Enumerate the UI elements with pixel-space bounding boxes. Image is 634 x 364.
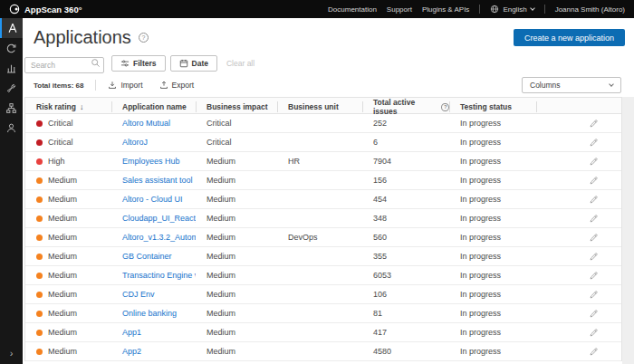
import-label: Import <box>120 81 142 90</box>
testing-status-cell: In progress <box>449 309 536 318</box>
table-row: High Employees Hub Medium HR 7904 In pro… <box>25 152 621 171</box>
total-issues-cell: 81 <box>362 309 449 318</box>
page-help-icon[interactable]: ? <box>139 33 149 43</box>
search-icon <box>91 58 101 68</box>
risk-rating-cell: Critical <box>25 119 111 128</box>
header-label: Testing status <box>460 102 512 111</box>
total-issues-cell: 4580 <box>362 347 449 356</box>
create-application-button[interactable]: Create a new application <box>514 29 625 46</box>
edit-pencil-icon[interactable] <box>589 195 599 205</box>
brand-name: AppScan 360° <box>24 5 82 14</box>
risk-rating-cell: Medium <box>25 176 111 185</box>
app-name-link[interactable]: Altoro Mutual <box>122 119 170 128</box>
app-name-link[interactable]: Cloudapp_UI_React_test <box>122 214 196 223</box>
app-name-link[interactable]: Online banking <box>122 309 177 318</box>
risk-rating-cell: High <box>25 157 111 166</box>
risk-label: High <box>48 157 65 166</box>
edit-pencil-icon[interactable] <box>589 176 599 186</box>
app-name-link[interactable]: AltoroJ <box>122 138 148 147</box>
edit-pencil-icon[interactable] <box>589 252 599 262</box>
app-name-link[interactable]: App2 <box>122 347 141 356</box>
date-label: Date <box>192 59 208 68</box>
testing-status-cell: In progress <box>449 347 536 356</box>
business-impact-cell: Medium <box>196 271 277 280</box>
filters-button[interactable]: Filters <box>111 55 166 72</box>
app-name-link[interactable]: GB Container <box>122 252 172 261</box>
scrollbar-track[interactable] <box>622 97 634 364</box>
edit-pencil-icon[interactable] <box>589 214 599 224</box>
business-unit-cell: HR <box>277 157 362 166</box>
user-menu[interactable]: Joanna Smith (Altoro) <box>555 5 625 14</box>
app-name-link[interactable]: Altoro - Cloud UI <box>122 195 183 204</box>
export-button[interactable]: Export <box>159 81 195 90</box>
header-label: Application name <box>122 102 187 111</box>
column-header-application-name[interactable]: Application name <box>111 98 196 116</box>
app-name-link[interactable]: App1 <box>122 328 141 337</box>
app-name-link[interactable]: CDJ Env <box>122 290 155 299</box>
column-header-business-impact[interactable]: Business impact <box>196 98 277 116</box>
column-header-testing-status[interactable]: Testing status <box>449 98 536 116</box>
date-button[interactable]: Date <box>170 55 217 72</box>
nav-link-plugins-apis[interactable]: Plugins & APIs <box>422 5 469 14</box>
edit-pencil-icon[interactable] <box>589 290 599 300</box>
clear-all-link[interactable]: Clear all <box>226 59 255 68</box>
table-row: Medium Altoro - Cloud UI Medium 454 In p… <box>25 190 621 209</box>
calendar-icon <box>179 59 188 68</box>
header-label: Business unit <box>288 102 339 111</box>
language-selector[interactable]: English <box>490 5 533 14</box>
edit-pencil-icon[interactable] <box>589 271 599 281</box>
sidebar-item-applications[interactable] <box>0 18 23 38</box>
chevron-down-icon <box>530 5 535 11</box>
testing-status-cell: In progress <box>449 271 536 280</box>
risk-label: Medium <box>48 252 77 261</box>
column-header-risk-rating[interactable]: Risk rating ↓ <box>25 98 111 116</box>
business-impact-cell: Medium <box>196 328 277 337</box>
sidebar-item-scans[interactable] <box>0 38 23 58</box>
column-header-business-unit[interactable]: Business unit <box>277 98 362 116</box>
bar-chart-icon <box>5 62 17 74</box>
scan-activity-icon <box>5 43 17 54</box>
issues-help-icon[interactable]: ? <box>441 103 449 111</box>
business-impact-cell: Medium <box>196 233 277 242</box>
column-header-total-active-issues[interactable]: Total active issues ? <box>362 98 449 116</box>
sidebar-item-user-admin[interactable] <box>0 118 23 138</box>
app-name-link[interactable]: Transactino Engine v12.4.5.1 <box>122 271 196 280</box>
sidebar-item-dashboards[interactable] <box>0 58 23 78</box>
columns-dropdown[interactable]: Columns <box>522 77 621 93</box>
main-content: Applications ? Create a new application … <box>23 18 634 364</box>
user-icon <box>5 122 17 134</box>
sidebar-expand-button[interactable]: › <box>0 346 23 360</box>
app-name-link[interactable]: Sales assistant tool <box>122 176 193 185</box>
risk-dot <box>36 216 43 222</box>
sidebar-item-fix-tools[interactable] <box>0 78 23 98</box>
business-unit-cell: DevOps <box>277 233 362 242</box>
nav-link-documentation[interactable]: Documentation <box>328 5 377 14</box>
table-row: Medium Online banking Medium 81 In progr… <box>25 304 621 323</box>
application-name-cell: Altoro_v1.3.2_Automation <box>111 233 196 242</box>
edit-pencil-icon[interactable] <box>589 309 599 319</box>
edit-pencil-icon[interactable] <box>589 157 599 167</box>
edit-pencil-icon[interactable] <box>589 328 599 338</box>
search-box <box>24 55 104 72</box>
brand: AppScan 360° <box>9 4 82 14</box>
app-name-link[interactable]: Employees Hub <box>122 157 180 166</box>
risk-label: Medium <box>48 290 77 299</box>
filters-label: Filters <box>133 59 157 68</box>
business-impact-cell: Medium <box>196 195 277 204</box>
edit-pencil-icon[interactable] <box>589 347 599 357</box>
application-name-cell: Online banking <box>111 309 196 318</box>
risk-rating-cell: Medium <box>25 214 111 223</box>
sidebar-item-network[interactable] <box>0 98 23 118</box>
import-button[interactable]: Import <box>108 81 142 90</box>
risk-dot <box>36 254 43 260</box>
risk-label: Critical <box>48 138 73 147</box>
table-row: Medium Altoro_v1.3.2_Automation Medium D… <box>25 228 621 247</box>
risk-dot <box>36 292 43 298</box>
edit-pencil-icon[interactable] <box>589 138 599 148</box>
application-name-cell: GB Container <box>111 252 196 261</box>
nav-link-support[interactable]: Support <box>387 5 412 14</box>
edit-pencil-icon[interactable] <box>589 119 599 129</box>
application-name-cell: Employees Hub <box>111 157 196 166</box>
app-name-link[interactable]: Altoro_v1.3.2_Automation <box>122 233 196 242</box>
edit-pencil-icon[interactable] <box>589 233 599 243</box>
